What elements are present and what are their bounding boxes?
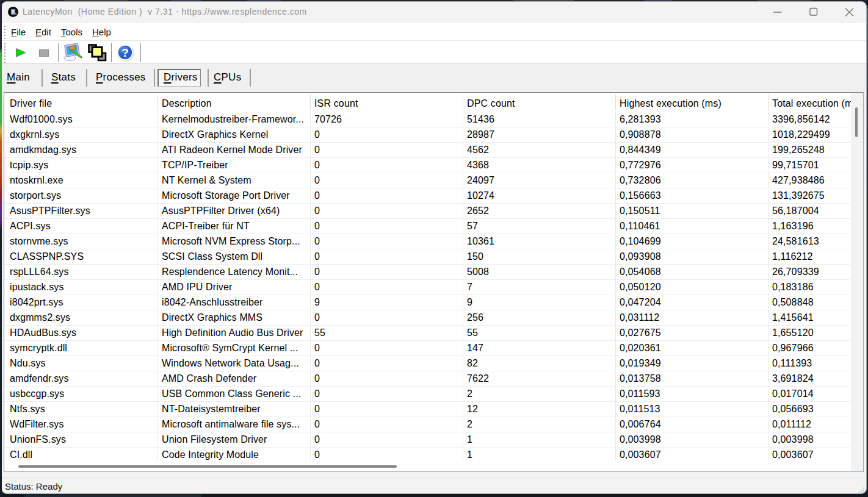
svg-text:?: ? <box>121 46 129 59</box>
